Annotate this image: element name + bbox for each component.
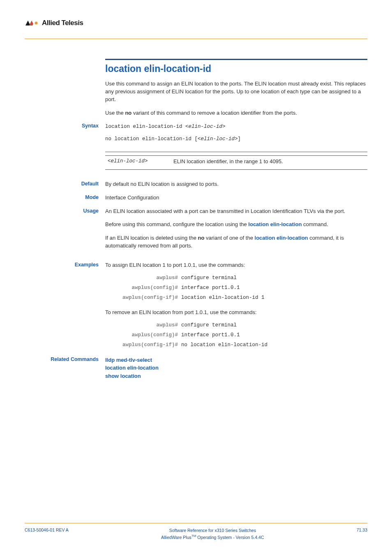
param-table-bottom-rule [105, 169, 367, 170]
cmd-text: interface port1.0.1 [181, 332, 367, 338]
examples-intro-1: To assign ELIN location 1 to port 1.0.1,… [105, 261, 367, 269]
param-name: <elin-loc-id> [108, 158, 173, 164]
logo-icon [25, 19, 39, 27]
cmd-text: no location elin-location-id [181, 342, 367, 348]
cmd-prompt: awplus(config)# [105, 285, 181, 291]
related-commands-row: Related Commands lldp med-tlv-select loc… [25, 356, 367, 380]
footer-content: C613-50046-01 REV A Software Reference f… [25, 527, 367, 540]
example-block-2: awplus#configure terminal awplus(config)… [105, 322, 367, 348]
usage-link-1[interactable]: location elin-location [248, 221, 302, 227]
default-row: Default By default no ELIN location is a… [25, 180, 367, 188]
syntax-line-2: no location elin-location-id [<elin-loc-… [105, 135, 367, 143]
related-link[interactable]: show location [105, 372, 367, 380]
cmd-line: awplus(config)#interface port1.0.1 [105, 285, 367, 291]
footer-center: Software Reference for x310 Series Switc… [161, 527, 264, 540]
cmd-line: awplus(config)#interface port1.0.1 [105, 332, 367, 338]
cmd-prompt: awplus(config-if)# [105, 342, 181, 348]
cmd-text: configure terminal [181, 322, 367, 328]
example-block-1: awplus#configure terminal awplus(config)… [105, 275, 367, 301]
cmd-line: awplus(config-if)#no location elin-locat… [105, 342, 367, 348]
header-divider [25, 39, 367, 39]
cmd-text: configure terminal [181, 275, 367, 281]
examples-label: Examples [25, 261, 105, 269]
mode-row: Mode Interface Configuration [25, 194, 367, 202]
syntax-row: Syntax location elin-location-id <elin-l… [25, 123, 367, 143]
related-list: lldp med-tlv-select location elin-locati… [105, 356, 367, 380]
param-desc: ELIN location identifier, in the range 1… [173, 158, 365, 164]
page-header: Allied Telesis [25, 19, 367, 39]
footer-doc-id: C613-50046-01 REV A [25, 527, 69, 532]
content-area: location elin-location-id Use this comma… [25, 59, 367, 380]
footer-os-version: AlliedWare PlusTM Operating System - Ver… [161, 534, 264, 540]
footer-title: Software Reference for x310 Series Switc… [161, 527, 264, 534]
cmd-line: awplus#configure terminal [105, 275, 367, 281]
parameter-table: <elin-loc-id> ELIN location identifier, … [105, 152, 367, 170]
cmd-prompt: awplus# [105, 322, 181, 328]
command-title: location elin-location-id [105, 63, 367, 74]
usage-link-2[interactable]: location elin-location [255, 235, 308, 241]
mode-value: Interface Configuration [105, 194, 367, 202]
mode-label: Mode [25, 194, 105, 202]
related-link[interactable]: location elin-location [105, 364, 367, 372]
usage-value: An ELIN location associated with a port … [105, 208, 367, 256]
usage-para-1: An ELIN location associated with a port … [105, 208, 367, 215]
cmd-line: awplus(config-if)#location elin-location… [105, 295, 367, 301]
logo-text: Allied Telesis [42, 19, 83, 27]
usage-label: Usage [25, 208, 105, 256]
cmd-prompt: awplus(config-if)# [105, 295, 181, 301]
examples-intro-2: To remove an ELIN location from port 1.0… [105, 309, 367, 317]
cmd-prompt: awplus(config)# [105, 332, 181, 338]
default-value: By default no ELIN location is assigned … [105, 180, 367, 188]
syntax-label: Syntax [25, 123, 105, 143]
usage-para-3: If an ELIN location is deleted using the… [105, 234, 367, 250]
default-label: Default [25, 180, 105, 188]
title-rule [105, 59, 367, 60]
page-footer: C613-50046-01 REV A Software Reference f… [25, 523, 367, 540]
param-row: <elin-loc-id> ELIN location identifier, … [105, 156, 367, 167]
cmd-text: interface port1.0.1 [181, 285, 367, 291]
brand-logo: Allied Telesis [25, 19, 83, 27]
cmd-line: awplus#configure terminal [105, 322, 367, 328]
footer-page-number: 71.33 [357, 527, 367, 532]
footer-divider [25, 523, 367, 523]
related-label: Related Commands [25, 356, 105, 380]
usage-para-2: Before using this command, configure the… [105, 221, 367, 229]
svg-point-0 [35, 22, 38, 25]
related-link[interactable]: lldp med-tlv-select [105, 356, 367, 364]
cmd-text: location elin-location-id 1 [181, 295, 367, 301]
examples-row: Examples To assign ELIN location 1 to po… [25, 261, 367, 269]
cmd-prompt: awplus# [105, 275, 181, 281]
param-table-top-rule [105, 152, 367, 152]
intro-paragraph-2: Use the no variant of this command to re… [105, 109, 367, 117]
usage-row: Usage An ELIN location associated with a… [25, 208, 367, 256]
syntax-value: location elin-location-id <elin-loc-id> … [105, 123, 367, 143]
syntax-line-1: location elin-location-id <elin-loc-id> [105, 123, 367, 131]
intro-paragraph-1: Use this command to assign an ELIN locat… [105, 80, 367, 104]
